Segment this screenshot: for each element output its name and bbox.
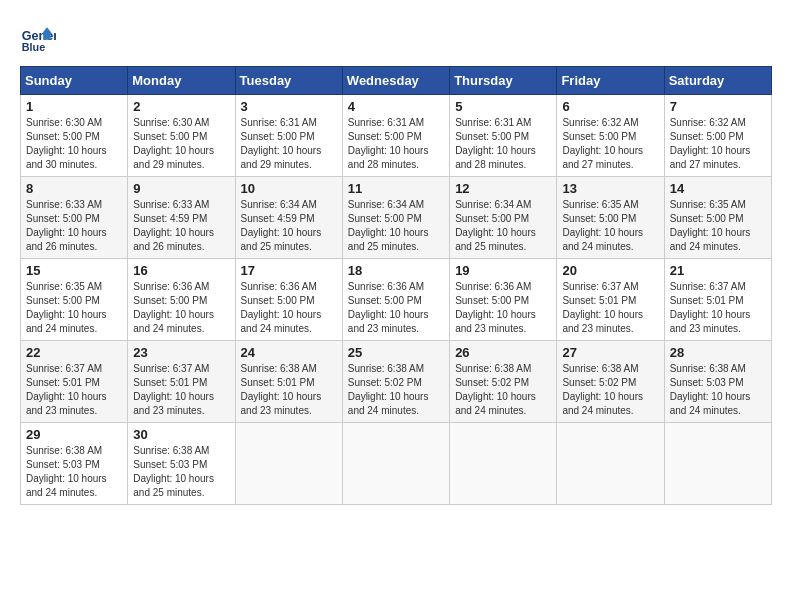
day-info: Sunrise: 6:33 AM Sunset: 4:59 PM Dayligh…	[133, 198, 229, 254]
day-number: 7	[670, 99, 766, 114]
calendar-day-cell: 16Sunrise: 6:36 AM Sunset: 5:00 PM Dayli…	[128, 259, 235, 341]
day-info: Sunrise: 6:38 AM Sunset: 5:02 PM Dayligh…	[562, 362, 658, 418]
day-info: Sunrise: 6:36 AM Sunset: 5:00 PM Dayligh…	[455, 280, 551, 336]
calendar-day-cell: 26Sunrise: 6:38 AM Sunset: 5:02 PM Dayli…	[450, 341, 557, 423]
calendar-day-cell: 8Sunrise: 6:33 AM Sunset: 5:00 PM Daylig…	[21, 177, 128, 259]
calendar-day-cell: 9Sunrise: 6:33 AM Sunset: 4:59 PM Daylig…	[128, 177, 235, 259]
day-of-week-header: Saturday	[664, 67, 771, 95]
calendar-day-cell: 28Sunrise: 6:38 AM Sunset: 5:03 PM Dayli…	[664, 341, 771, 423]
calendar-day-cell: 10Sunrise: 6:34 AM Sunset: 4:59 PM Dayli…	[235, 177, 342, 259]
day-number: 28	[670, 345, 766, 360]
calendar-day-cell: 25Sunrise: 6:38 AM Sunset: 5:02 PM Dayli…	[342, 341, 449, 423]
day-number: 4	[348, 99, 444, 114]
day-info: Sunrise: 6:34 AM Sunset: 5:00 PM Dayligh…	[348, 198, 444, 254]
calendar-day-cell: 3Sunrise: 6:31 AM Sunset: 5:00 PM Daylig…	[235, 95, 342, 177]
day-number: 14	[670, 181, 766, 196]
day-info: Sunrise: 6:37 AM Sunset: 5:01 PM Dayligh…	[133, 362, 229, 418]
day-info: Sunrise: 6:36 AM Sunset: 5:00 PM Dayligh…	[133, 280, 229, 336]
day-number: 27	[562, 345, 658, 360]
calendar-day-cell: 14Sunrise: 6:35 AM Sunset: 5:00 PM Dayli…	[664, 177, 771, 259]
day-number: 6	[562, 99, 658, 114]
day-number: 13	[562, 181, 658, 196]
day-info: Sunrise: 6:31 AM Sunset: 5:00 PM Dayligh…	[455, 116, 551, 172]
day-number: 2	[133, 99, 229, 114]
calendar-day-cell: 12Sunrise: 6:34 AM Sunset: 5:00 PM Dayli…	[450, 177, 557, 259]
day-of-week-header: Friday	[557, 67, 664, 95]
day-number: 21	[670, 263, 766, 278]
calendar-day-cell	[664, 423, 771, 505]
calendar-day-cell: 7Sunrise: 6:32 AM Sunset: 5:00 PM Daylig…	[664, 95, 771, 177]
calendar-day-cell: 2Sunrise: 6:30 AM Sunset: 5:00 PM Daylig…	[128, 95, 235, 177]
calendar-day-cell: 20Sunrise: 6:37 AM Sunset: 5:01 PM Dayli…	[557, 259, 664, 341]
day-number: 30	[133, 427, 229, 442]
calendar-table: SundayMondayTuesdayWednesdayThursdayFrid…	[20, 66, 772, 505]
calendar-week-row: 8Sunrise: 6:33 AM Sunset: 5:00 PM Daylig…	[21, 177, 772, 259]
day-info: Sunrise: 6:38 AM Sunset: 5:01 PM Dayligh…	[241, 362, 337, 418]
day-info: Sunrise: 6:37 AM Sunset: 5:01 PM Dayligh…	[670, 280, 766, 336]
day-info: Sunrise: 6:32 AM Sunset: 5:00 PM Dayligh…	[670, 116, 766, 172]
calendar-day-cell: 11Sunrise: 6:34 AM Sunset: 5:00 PM Dayli…	[342, 177, 449, 259]
day-info: Sunrise: 6:37 AM Sunset: 5:01 PM Dayligh…	[26, 362, 122, 418]
day-of-week-header: Tuesday	[235, 67, 342, 95]
day-of-week-header: Monday	[128, 67, 235, 95]
day-info: Sunrise: 6:38 AM Sunset: 5:03 PM Dayligh…	[133, 444, 229, 500]
day-number: 29	[26, 427, 122, 442]
calendar-day-cell: 30Sunrise: 6:38 AM Sunset: 5:03 PM Dayli…	[128, 423, 235, 505]
day-of-week-header: Thursday	[450, 67, 557, 95]
calendar-week-row: 29Sunrise: 6:38 AM Sunset: 5:03 PM Dayli…	[21, 423, 772, 505]
day-info: Sunrise: 6:36 AM Sunset: 5:00 PM Dayligh…	[348, 280, 444, 336]
day-number: 12	[455, 181, 551, 196]
calendar-day-cell: 13Sunrise: 6:35 AM Sunset: 5:00 PM Dayli…	[557, 177, 664, 259]
day-number: 3	[241, 99, 337, 114]
day-info: Sunrise: 6:36 AM Sunset: 5:00 PM Dayligh…	[241, 280, 337, 336]
calendar-day-cell: 4Sunrise: 6:31 AM Sunset: 5:00 PM Daylig…	[342, 95, 449, 177]
day-number: 9	[133, 181, 229, 196]
calendar-day-cell: 5Sunrise: 6:31 AM Sunset: 5:00 PM Daylig…	[450, 95, 557, 177]
day-info: Sunrise: 6:31 AM Sunset: 5:00 PM Dayligh…	[241, 116, 337, 172]
calendar-day-cell: 22Sunrise: 6:37 AM Sunset: 5:01 PM Dayli…	[21, 341, 128, 423]
calendar-day-cell: 23Sunrise: 6:37 AM Sunset: 5:01 PM Dayli…	[128, 341, 235, 423]
calendar-header-row: SundayMondayTuesdayWednesdayThursdayFrid…	[21, 67, 772, 95]
calendar-day-cell: 15Sunrise: 6:35 AM Sunset: 5:00 PM Dayli…	[21, 259, 128, 341]
day-info: Sunrise: 6:37 AM Sunset: 5:01 PM Dayligh…	[562, 280, 658, 336]
day-number: 15	[26, 263, 122, 278]
day-number: 20	[562, 263, 658, 278]
svg-text:Blue: Blue	[22, 41, 45, 53]
day-info: Sunrise: 6:34 AM Sunset: 4:59 PM Dayligh…	[241, 198, 337, 254]
day-number: 25	[348, 345, 444, 360]
day-number: 1	[26, 99, 122, 114]
logo: General Blue	[20, 20, 56, 56]
calendar-day-cell: 19Sunrise: 6:36 AM Sunset: 5:00 PM Dayli…	[450, 259, 557, 341]
day-info: Sunrise: 6:30 AM Sunset: 5:00 PM Dayligh…	[26, 116, 122, 172]
calendar-day-cell: 21Sunrise: 6:37 AM Sunset: 5:01 PM Dayli…	[664, 259, 771, 341]
calendar-day-cell	[557, 423, 664, 505]
day-info: Sunrise: 6:34 AM Sunset: 5:00 PM Dayligh…	[455, 198, 551, 254]
day-info: Sunrise: 6:30 AM Sunset: 5:00 PM Dayligh…	[133, 116, 229, 172]
calendar-day-cell: 1Sunrise: 6:30 AM Sunset: 5:00 PM Daylig…	[21, 95, 128, 177]
day-number: 26	[455, 345, 551, 360]
day-info: Sunrise: 6:38 AM Sunset: 5:02 PM Dayligh…	[455, 362, 551, 418]
day-number: 8	[26, 181, 122, 196]
calendar-day-cell	[235, 423, 342, 505]
day-info: Sunrise: 6:38 AM Sunset: 5:03 PM Dayligh…	[670, 362, 766, 418]
day-number: 23	[133, 345, 229, 360]
calendar-week-row: 15Sunrise: 6:35 AM Sunset: 5:00 PM Dayli…	[21, 259, 772, 341]
calendar-week-row: 1Sunrise: 6:30 AM Sunset: 5:00 PM Daylig…	[21, 95, 772, 177]
day-info: Sunrise: 6:35 AM Sunset: 5:00 PM Dayligh…	[26, 280, 122, 336]
day-number: 5	[455, 99, 551, 114]
calendar-day-cell: 29Sunrise: 6:38 AM Sunset: 5:03 PM Dayli…	[21, 423, 128, 505]
day-number: 11	[348, 181, 444, 196]
calendar-day-cell: 27Sunrise: 6:38 AM Sunset: 5:02 PM Dayli…	[557, 341, 664, 423]
calendar-day-cell: 6Sunrise: 6:32 AM Sunset: 5:00 PM Daylig…	[557, 95, 664, 177]
day-info: Sunrise: 6:33 AM Sunset: 5:00 PM Dayligh…	[26, 198, 122, 254]
day-of-week-header: Sunday	[21, 67, 128, 95]
day-number: 16	[133, 263, 229, 278]
calendar-day-cell	[342, 423, 449, 505]
calendar-day-cell	[450, 423, 557, 505]
calendar-week-row: 22Sunrise: 6:37 AM Sunset: 5:01 PM Dayli…	[21, 341, 772, 423]
day-number: 19	[455, 263, 551, 278]
calendar-day-cell: 24Sunrise: 6:38 AM Sunset: 5:01 PM Dayli…	[235, 341, 342, 423]
day-number: 10	[241, 181, 337, 196]
day-number: 18	[348, 263, 444, 278]
day-info: Sunrise: 6:38 AM Sunset: 5:02 PM Dayligh…	[348, 362, 444, 418]
